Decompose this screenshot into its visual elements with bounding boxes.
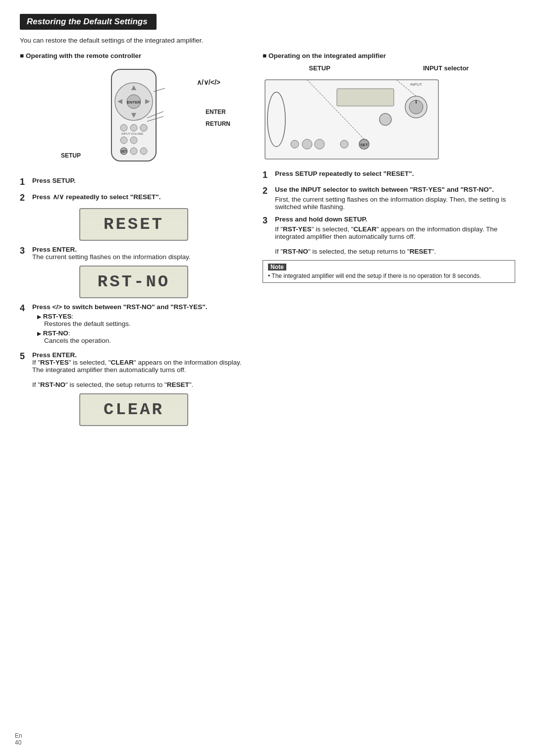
svg-point-34 [315, 139, 324, 149]
page-footer: En 40 [15, 732, 22, 746]
svg-text:INPUT: INPUT [410, 82, 422, 87]
svg-text:SET: SET [121, 150, 127, 153]
step-3: 3 Press ENTER. The current setting flash… [20, 246, 248, 261]
rst-no-display: RST-NO [79, 266, 188, 298]
remote-svg: ENTER INPUT VOLUME [82, 64, 186, 168]
input-selector-label: INPUT selector [423, 64, 469, 72]
arrows-label: ∧/∨/</> [197, 78, 220, 86]
svg-text:VOLUME: VOLUME [131, 132, 143, 135]
svg-point-9 [130, 124, 137, 131]
main-content: Operating with the remote controller ENT… [20, 52, 515, 431]
svg-point-19 [140, 124, 147, 131]
amp-diagram-container: SETUP INPUT selector [263, 64, 515, 163]
note-box: Note • The integrated amplifier will end… [263, 260, 515, 283]
step-5: 5 Press ENTER. If "RST-YES" is selected,… [20, 351, 248, 388]
svg-point-17 [130, 148, 137, 155]
step-4: 4 Press </> to switch between "RST-NO" a… [20, 303, 248, 346]
intro-text: You can restore the default settings of … [20, 37, 248, 44]
amp-svg: SET INPUT [263, 75, 441, 162]
setup-remote-label: SETUP [61, 152, 81, 159]
right-step-2: 2 Use the INPUT selector to switch betwe… [263, 186, 515, 211]
svg-text:ENTER: ENTER [127, 100, 140, 105]
left-column: Operating with the remote controller ENT… [20, 52, 248, 431]
page-title: Restoring the Default Settings [20, 14, 157, 30]
svg-point-33 [302, 139, 312, 149]
step-2: 2 Press ∧/∨ repeatedly to select "RESET"… [20, 193, 248, 204]
svg-point-35 [291, 140, 299, 148]
note-title: Note [268, 264, 286, 270]
svg-point-32 [340, 140, 348, 148]
enter-return-labels: ENTER RETURN [206, 106, 230, 130]
step-1: 1 Press SETUP. [20, 177, 248, 188]
svg-point-8 [120, 124, 127, 131]
page-lang: En [15, 732, 22, 739]
right-step-3: 3 Press and hold down SETUP. If "RST-YES… [263, 216, 515, 255]
svg-text:SET: SET [360, 143, 368, 147]
note-text: • The integrated amplifier will end the … [268, 272, 510, 279]
right-column: Operating on the integrated amplifier SE… [263, 52, 515, 283]
right-section-header: Operating on the integrated amplifier [263, 52, 515, 59]
svg-point-14 [130, 137, 137, 144]
svg-text:INPUT: INPUT [121, 132, 130, 135]
clear-display: CLEAR [79, 393, 188, 426]
left-section-header: Operating with the remote controller [20, 52, 248, 59]
rst-yes-item: ▶ RST-YES: Restores the default settings… [37, 313, 248, 327]
svg-rect-28 [337, 89, 394, 106]
amp-labels: SETUP INPUT selector [263, 64, 515, 72]
right-step-1: 1 Press SETUP repeatedly to select "RESE… [263, 170, 515, 181]
page-num: 40 [15, 739, 21, 746]
remote-diagram: ENTER INPUT VOLUME [20, 64, 248, 170]
rst-no-item: ▶ RST-NO: Cancels the operation. [37, 329, 248, 344]
reset-display: RESET [79, 208, 188, 241]
svg-point-29 [379, 113, 391, 125]
svg-point-18 [140, 148, 147, 155]
setup-amp-label: SETUP [309, 64, 330, 72]
svg-point-13 [120, 137, 127, 144]
